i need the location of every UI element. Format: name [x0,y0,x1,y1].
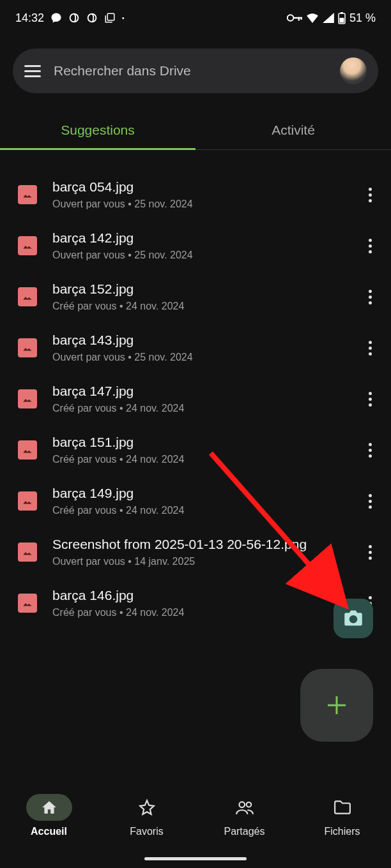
search-bar[interactable]: Rechercher dans Drive [13,49,378,93]
image-file-icon [18,287,37,306]
svg-point-10 [351,617,356,622]
file-meta: Ouvert par vous • 25 nov. 2024 [52,352,347,363]
nav-files[interactable]: Fichiers [293,794,391,868]
multitask-icon [104,12,116,24]
file-item[interactable]: barça 054.jpg Ouvert par vous • 25 nov. … [0,169,391,220]
search-placeholder: Rechercher dans Drive [54,63,327,79]
people-icon [235,799,254,816]
file-meta: Créé par vous • 24 nov. 2024 [52,454,347,465]
folder-icon [334,800,351,815]
file-item[interactable]: barça 149.jpg Créé par vous • 24 nov. 20… [0,475,391,527]
home-icon [41,799,57,816]
svg-point-1 [88,14,96,22]
file-meta: Créé par vous • 24 nov. 2024 [52,403,347,414]
file-list: barça 054.jpg Ouvert par vous • 25 nov. … [0,150,391,629]
more-options-icon[interactable] [362,489,378,514]
file-meta: Créé par vous • 24 nov. 2024 [52,301,347,312]
more-options-icon[interactable] [362,387,378,412]
file-item[interactable]: barça 147.jpg Créé par vous • 24 nov. 20… [0,373,391,424]
image-file-icon [18,236,37,255]
camera-icon [344,610,363,627]
clock-time: 14:32 [15,11,44,25]
svg-point-14 [239,802,245,807]
more-options-icon[interactable] [362,183,378,207]
file-item[interactable]: barça 151.jpg Créé par vous • 24 nov. 20… [0,424,391,475]
file-name: barça 151.jpg [52,435,347,450]
file-item[interactable]: barça 142.jpg Ouvert par vous • 25 nov. … [0,220,391,271]
svg-rect-5 [298,17,300,21]
fab-camera-button[interactable] [334,599,373,638]
svg-rect-9 [339,18,344,23]
file-name: Screenshot from 2025-01-13 20-56-12.png [52,537,347,552]
image-file-icon [18,389,37,408]
signal-icon [323,13,334,23]
svg-point-15 [246,802,251,807]
svg-rect-6 [301,17,302,20]
file-item[interactable]: barça 146.jpg Créé par vous • 24 nov. 20… [0,578,391,629]
image-file-icon [18,440,37,460]
file-meta: Ouvert par vous • 25 nov. 2024 [52,250,347,261]
wifi-icon [306,13,319,23]
svg-point-3 [288,15,294,21]
image-file-icon [18,491,37,511]
more-options-icon[interactable] [362,285,378,310]
file-meta: Ouvert par vous • 25 nov. 2024 [52,198,347,210]
file-meta: Créé par vous • 24 nov. 2024 [52,505,347,516]
file-name: barça 149.jpg [52,486,347,501]
chat-bubble-icon [50,12,62,24]
more-options-icon[interactable] [362,234,378,258]
nav-label: Accueil [31,826,67,837]
file-meta: Ouvert par vous • 14 janv. 2025 [52,556,347,567]
image-file-icon [18,185,37,204]
image-file-icon [18,594,37,613]
file-name: barça 142.jpg [52,230,347,246]
nav-label: Partagés [224,826,264,837]
home-indicator[interactable] [144,857,247,860]
fab-add-button[interactable] [300,669,373,742]
file-name: barça 147.jpg [52,384,347,399]
tab-activity[interactable]: Activité [195,112,391,150]
more-options-icon[interactable] [362,540,378,565]
tabs: Suggestions Activité [0,112,391,150]
avatar[interactable] [340,57,367,84]
svg-rect-8 [341,12,343,13]
bottom-nav: Accueil Favoris Partagés Fichiers [0,785,391,868]
nav-label: Favoris [130,826,163,837]
file-name: barça 152.jpg [52,281,347,297]
nav-label: Fichiers [324,826,360,837]
vpn-key-icon [287,13,302,22]
file-item[interactable]: Screenshot from 2025-01-13 20-56-12.png … [0,527,391,578]
dot-indicator: • [122,15,125,22]
battery-percent: 51 % [349,11,376,25]
plus-icon [324,692,349,718]
file-name: barça 146.jpg [52,588,347,603]
file-name: barça 143.jpg [52,333,347,348]
more-options-icon[interactable] [362,336,378,361]
tab-suggestions[interactable]: Suggestions [0,112,195,150]
svg-rect-4 [293,17,302,19]
edge-icon [68,12,80,24]
hamburger-menu-icon[interactable] [24,65,41,77]
file-meta: Créé par vous • 24 nov. 2024 [52,607,347,618]
image-file-icon [18,338,37,357]
status-bar: 14:32 • 51 % [0,0,391,36]
image-file-icon [18,542,37,562]
file-item[interactable]: barça 143.jpg Ouvert par vous • 25 nov. … [0,322,391,373]
nav-home[interactable]: Accueil [0,794,98,868]
svg-rect-2 [107,13,114,20]
edge-icon [86,12,98,24]
battery-icon [338,11,346,24]
svg-point-0 [70,14,79,22]
file-item[interactable]: barça 152.jpg Créé par vous • 24 nov. 20… [0,271,391,322]
more-options-icon[interactable] [362,438,378,463]
star-icon [139,799,155,816]
file-name: barça 054.jpg [52,179,347,195]
